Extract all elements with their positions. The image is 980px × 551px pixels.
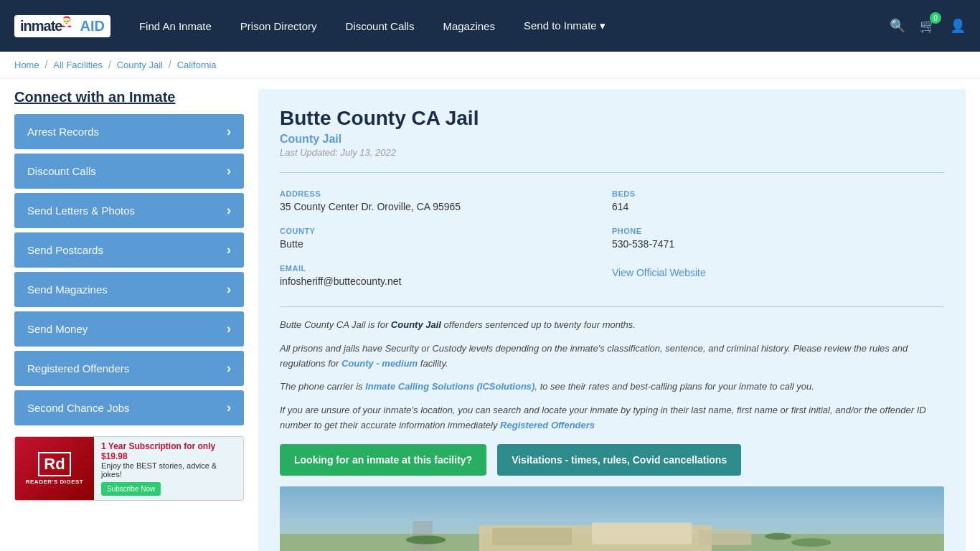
website-cell: View Official Website bbox=[612, 258, 944, 296]
county-jail-link[interactable]: County Jail bbox=[391, 319, 441, 330]
cta-buttons: Looking for an inmate at this facility? … bbox=[280, 444, 944, 476]
logo-hat-icon: 🎅 bbox=[60, 16, 72, 27]
sidebar-item-second-chance-jobs[interactable]: Second Chance Jobs › bbox=[14, 390, 244, 425]
email-label: EMAIL bbox=[280, 264, 605, 273]
cart-badge: 0 bbox=[930, 12, 941, 24]
phone-cell: PHONE 530-538-7471 bbox=[612, 221, 944, 258]
sidebar: Connect with an Inmate Arrest Records › … bbox=[14, 89, 244, 551]
desc-para-2: All prisons and jails have Security or C… bbox=[280, 342, 944, 372]
user-icon[interactable]: 👤 bbox=[950, 18, 966, 34]
navbar-icons: 🔍 🛒 0 👤 bbox=[890, 18, 966, 34]
facility-name: Butte County CA Jail bbox=[280, 107, 944, 130]
county-medium-link[interactable]: County - medium bbox=[341, 358, 418, 369]
beds-cell: BEDS 614 bbox=[612, 184, 944, 221]
sidebar-item-arrest-records[interactable]: Arrest Records › bbox=[14, 114, 244, 149]
beds-label: BEDS bbox=[612, 189, 937, 198]
facility-updated: Last Updated: July 13, 2022 bbox=[280, 147, 944, 158]
ad-headline: 1 Year Subscription for only $19.98 bbox=[101, 441, 215, 461]
facility-description: Butte County CA Jail is for County Jail … bbox=[280, 306, 944, 433]
sidebar-item-send-postcards[interactable]: Send Postcards › bbox=[14, 232, 244, 268]
arrow-icon: › bbox=[227, 124, 231, 139]
nav-menu: Find An Inmate Prison Directory Discount… bbox=[139, 19, 890, 32]
arrow-icon: › bbox=[227, 400, 231, 415]
arrow-icon: › bbox=[227, 203, 231, 218]
svg-point-10 bbox=[791, 538, 831, 547]
sidebar-item-send-magazines[interactable]: Send Magazines › bbox=[14, 272, 244, 307]
address-value: 35 County Center Dr. Oroville, CA 95965 bbox=[280, 201, 605, 212]
logo[interactable]: inmate🎅AID bbox=[14, 15, 110, 37]
breadcrumb-home[interactable]: Home bbox=[14, 60, 39, 70]
ad-brand: READER'S DIGEST bbox=[26, 479, 84, 485]
svg-rect-4 bbox=[592, 522, 692, 544]
ad-subscribe-button[interactable]: Subscribe Now bbox=[101, 482, 161, 496]
sidebar-item-send-money[interactable]: Send Money › bbox=[14, 311, 244, 347]
arrow-icon: › bbox=[227, 242, 231, 258]
arrow-icon: › bbox=[227, 164, 231, 179]
nav-find-inmate[interactable]: Find An Inmate bbox=[139, 20, 212, 32]
logo-text: inmate bbox=[20, 18, 62, 34]
nav-send-to-inmate[interactable]: Send to Inmate ▾ bbox=[524, 19, 606, 32]
sidebar-item-send-letters[interactable]: Send Letters & Photos › bbox=[14, 193, 244, 228]
cart-icon[interactable]: 🛒 0 bbox=[920, 18, 936, 34]
ad-content: 1 Year Subscription for only $19.98 Enjo… bbox=[94, 436, 243, 501]
ics-link[interactable]: Inmate Calling Solutions (ICSolutions) bbox=[365, 381, 534, 392]
address-label: ADDRESS bbox=[280, 189, 605, 198]
sidebar-item-discount-calls[interactable]: Discount Calls › bbox=[14, 154, 244, 189]
email-value: infosheriff@buttecounty.net bbox=[280, 276, 605, 287]
svg-point-9 bbox=[765, 533, 791, 540]
sidebar-title: Connect with an Inmate bbox=[14, 89, 244, 105]
registered-offenders-link[interactable]: Registered Offenders bbox=[500, 420, 595, 430]
breadcrumb-sep3: / bbox=[169, 59, 174, 70]
breadcrumb-sep2: / bbox=[108, 59, 114, 70]
facility-type: County Jail bbox=[280, 133, 944, 146]
navbar: inmate🎅AID Find An Inmate Prison Directo… bbox=[0, 0, 980, 52]
desc-para-1: Butte County CA Jail is for County Jail … bbox=[280, 318, 944, 333]
county-cell: COUNTY Butte bbox=[280, 221, 612, 258]
phone-label: PHONE bbox=[612, 227, 937, 235]
breadcrumb-sep1: / bbox=[45, 59, 51, 70]
svg-rect-3 bbox=[492, 527, 572, 545]
facility-info-grid: ADDRESS 35 County Center Dr. Oroville, C… bbox=[280, 172, 944, 296]
county-value: Butte bbox=[280, 238, 605, 250]
visitations-cta-button[interactable]: Visitations - times, rules, Covid cancel… bbox=[497, 444, 741, 476]
breadcrumb: Home / All Facilities / County Jail / Ca… bbox=[0, 52, 980, 78]
facility-detail: Butte County CA Jail County Jail Last Up… bbox=[258, 89, 966, 551]
phone-value: 530-538-7471 bbox=[612, 238, 937, 250]
address-cell: ADDRESS 35 County Center Dr. Oroville, C… bbox=[280, 184, 612, 221]
breadcrumb-county-jail[interactable]: County Jail bbox=[117, 60, 163, 70]
ad-banner: Rd READER'S DIGEST 1 Year Subscription f… bbox=[14, 436, 244, 501]
nav-prison-directory[interactable]: Prison Directory bbox=[240, 20, 317, 32]
facility-aerial-svg bbox=[280, 486, 944, 551]
beds-value: 614 bbox=[612, 201, 937, 212]
search-icon[interactable]: 🔍 bbox=[890, 18, 905, 34]
svg-point-8 bbox=[406, 535, 446, 544]
desc-para-4: If you are unsure of your inmate's locat… bbox=[280, 403, 944, 433]
ad-thumbnail: Rd READER'S DIGEST bbox=[15, 436, 94, 501]
desc-para-3: The phone carrier is Inmate Calling Solu… bbox=[280, 380, 944, 395]
sidebar-item-registered-offenders[interactable]: Registered Offenders › bbox=[14, 351, 244, 386]
county-label: COUNTY bbox=[280, 227, 605, 235]
nav-discount-calls[interactable]: Discount Calls bbox=[346, 20, 415, 32]
email-cell: EMAIL infosheriff@buttecounty.net bbox=[280, 258, 612, 296]
logo-aid: AID bbox=[80, 18, 104, 34]
rd-logo: Rd bbox=[38, 452, 70, 476]
svg-rect-5 bbox=[698, 529, 751, 545]
dropdown-arrow-icon: ▾ bbox=[600, 19, 606, 32]
breadcrumb-state[interactable]: California bbox=[177, 60, 217, 70]
arrow-icon: › bbox=[227, 361, 231, 376]
arrow-icon: › bbox=[227, 282, 231, 297]
facility-photo bbox=[280, 486, 944, 551]
main-container: Connect with an Inmate Arrest Records › … bbox=[0, 78, 980, 551]
find-inmate-cta-button[interactable]: Looking for an inmate at this facility? bbox=[280, 444, 486, 476]
arrow-icon: › bbox=[227, 321, 231, 336]
breadcrumb-all-facilities[interactable]: All Facilities bbox=[53, 60, 103, 70]
nav-magazines[interactable]: Magazines bbox=[443, 20, 495, 32]
ad-tagline: Enjoy the BEST stories, advice & jokes! bbox=[101, 461, 217, 479]
website-link[interactable]: View Official Website bbox=[612, 267, 706, 278]
